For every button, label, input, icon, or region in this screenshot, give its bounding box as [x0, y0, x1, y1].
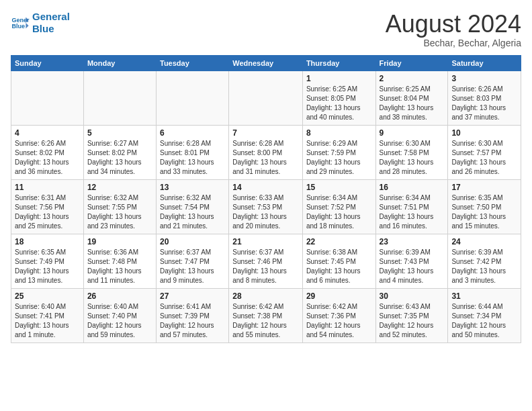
- day-number: 25: [15, 291, 80, 301]
- day-info: Sunrise: 6:42 AM Sunset: 7:38 PM Dayligh…: [232, 302, 299, 340]
- main-title: August 2024: [386, 11, 521, 38]
- day-info: Sunrise: 6:26 AM Sunset: 8:03 PM Dayligh…: [451, 85, 517, 122]
- day-number: 18: [15, 237, 80, 246]
- day-cell: [229, 71, 303, 125]
- day-number: 28: [232, 291, 299, 301]
- day-number: 8: [306, 128, 372, 138]
- day-cell: 18Sunrise: 6:35 AM Sunset: 7:49 PM Dayli…: [11, 234, 84, 288]
- logo-text: GeneralBlue: [32, 11, 70, 35]
- day-number: 30: [380, 291, 445, 301]
- day-info: Sunrise: 6:32 AM Sunset: 7:55 PM Dayligh…: [87, 193, 152, 231]
- day-cell: 27Sunrise: 6:41 AM Sunset: 7:39 PM Dayli…: [156, 288, 228, 342]
- day-cell: 3Sunrise: 6:26 AM Sunset: 8:03 PM Daylig…: [448, 71, 521, 125]
- day-info: Sunrise: 6:30 AM Sunset: 7:57 PM Dayligh…: [451, 139, 517, 177]
- day-cell: 19Sunrise: 6:36 AM Sunset: 7:48 PM Dayli…: [83, 234, 156, 288]
- day-cell: 11Sunrise: 6:31 AM Sunset: 7:56 PM Dayli…: [11, 179, 84, 234]
- day-number: 5: [87, 128, 152, 138]
- week-row-5: 25Sunrise: 6:40 AM Sunset: 7:41 PM Dayli…: [11, 288, 521, 342]
- day-info: Sunrise: 6:35 AM Sunset: 7:50 PM Dayligh…: [451, 193, 517, 231]
- day-number: 13: [160, 183, 225, 192]
- day-number: 7: [232, 128, 299, 138]
- col-header-friday: Friday: [375, 55, 448, 71]
- day-info: Sunrise: 6:35 AM Sunset: 7:49 PM Dayligh…: [15, 248, 80, 285]
- day-number: 6: [160, 128, 225, 138]
- day-cell: 17Sunrise: 6:35 AM Sunset: 7:50 PM Dayli…: [448, 179, 521, 234]
- day-info: Sunrise: 6:28 AM Sunset: 8:01 PM Dayligh…: [160, 139, 225, 177]
- page: General Blue GeneralBlue August 2024 Bec…: [0, 0, 532, 411]
- day-cell: 23Sunrise: 6:39 AM Sunset: 7:43 PM Dayli…: [375, 234, 448, 288]
- day-number: 17: [451, 183, 517, 192]
- week-row-2: 4Sunrise: 6:26 AM Sunset: 8:02 PM Daylig…: [11, 125, 521, 179]
- day-number: 15: [306, 183, 372, 192]
- day-number: 4: [15, 128, 80, 138]
- day-number: 10: [451, 128, 517, 138]
- logo-icon: General Blue: [11, 13, 30, 32]
- day-number: 22: [306, 237, 372, 246]
- day-info: Sunrise: 6:26 AM Sunset: 8:02 PM Dayligh…: [15, 139, 80, 177]
- day-cell: 26Sunrise: 6:40 AM Sunset: 7:40 PM Dayli…: [83, 288, 156, 342]
- day-cell: 30Sunrise: 6:43 AM Sunset: 7:35 PM Dayli…: [375, 288, 448, 342]
- day-info: Sunrise: 6:40 AM Sunset: 7:41 PM Dayligh…: [15, 302, 80, 340]
- day-info: Sunrise: 6:33 AM Sunset: 7:53 PM Dayligh…: [232, 193, 299, 231]
- day-cell: [11, 71, 84, 125]
- col-header-thursday: Thursday: [302, 55, 375, 71]
- day-info: Sunrise: 6:38 AM Sunset: 7:45 PM Dayligh…: [306, 248, 372, 285]
- day-cell: 4Sunrise: 6:26 AM Sunset: 8:02 PM Daylig…: [11, 125, 84, 179]
- day-number: 1: [306, 74, 372, 83]
- day-info: Sunrise: 6:29 AM Sunset: 7:59 PM Dayligh…: [306, 139, 372, 177]
- day-number: 24: [451, 237, 517, 246]
- day-cell: 20Sunrise: 6:37 AM Sunset: 7:47 PM Dayli…: [156, 234, 228, 288]
- day-info: Sunrise: 6:31 AM Sunset: 7:56 PM Dayligh…: [15, 193, 80, 231]
- day-info: Sunrise: 6:30 AM Sunset: 7:58 PM Dayligh…: [380, 139, 445, 177]
- day-info: Sunrise: 6:41 AM Sunset: 7:39 PM Dayligh…: [160, 302, 225, 340]
- svg-text:Blue: Blue: [11, 23, 25, 30]
- day-info: Sunrise: 6:36 AM Sunset: 7:48 PM Dayligh…: [87, 248, 152, 285]
- day-cell: 29Sunrise: 6:42 AM Sunset: 7:36 PM Dayli…: [302, 288, 375, 342]
- day-number: 14: [232, 183, 299, 192]
- day-number: 11: [15, 183, 80, 192]
- day-info: Sunrise: 6:43 AM Sunset: 7:35 PM Dayligh…: [380, 302, 445, 340]
- day-number: 21: [232, 237, 299, 246]
- day-cell: [83, 71, 156, 125]
- title-block: August 2024 Bechar, Bechar, Algeria: [386, 11, 521, 48]
- day-info: Sunrise: 6:39 AM Sunset: 7:43 PM Dayligh…: [380, 248, 445, 285]
- day-number: 23: [380, 237, 445, 246]
- day-cell: 21Sunrise: 6:37 AM Sunset: 7:46 PM Dayli…: [229, 234, 303, 288]
- day-cell: 15Sunrise: 6:34 AM Sunset: 7:52 PM Dayli…: [302, 179, 375, 234]
- day-number: 31: [451, 291, 517, 301]
- day-cell: 24Sunrise: 6:39 AM Sunset: 7:42 PM Dayli…: [448, 234, 521, 288]
- day-info: Sunrise: 6:39 AM Sunset: 7:42 PM Dayligh…: [451, 248, 517, 285]
- week-row-1: 1Sunrise: 6:25 AM Sunset: 8:05 PM Daylig…: [11, 71, 521, 125]
- day-cell: 25Sunrise: 6:40 AM Sunset: 7:41 PM Dayli…: [11, 288, 84, 342]
- day-info: Sunrise: 6:44 AM Sunset: 7:34 PM Dayligh…: [451, 302, 517, 340]
- col-header-monday: Monday: [83, 55, 156, 71]
- day-cell: 31Sunrise: 6:44 AM Sunset: 7:34 PM Dayli…: [448, 288, 521, 342]
- day-number: 9: [380, 128, 445, 138]
- day-number: 3: [451, 74, 517, 83]
- day-info: Sunrise: 6:37 AM Sunset: 7:46 PM Dayligh…: [232, 248, 299, 285]
- day-info: Sunrise: 6:25 AM Sunset: 8:04 PM Dayligh…: [380, 85, 445, 122]
- day-info: Sunrise: 6:42 AM Sunset: 7:36 PM Dayligh…: [306, 302, 372, 340]
- header: General Blue GeneralBlue August 2024 Bec…: [11, 11, 521, 48]
- day-cell: 7Sunrise: 6:28 AM Sunset: 8:00 PM Daylig…: [229, 125, 303, 179]
- week-row-3: 11Sunrise: 6:31 AM Sunset: 7:56 PM Dayli…: [11, 179, 521, 234]
- day-info: Sunrise: 6:25 AM Sunset: 8:05 PM Dayligh…: [306, 85, 372, 122]
- day-cell: 28Sunrise: 6:42 AM Sunset: 7:38 PM Dayli…: [229, 288, 303, 342]
- day-cell: 2Sunrise: 6:25 AM Sunset: 8:04 PM Daylig…: [375, 71, 448, 125]
- logo: General Blue GeneralBlue: [11, 11, 70, 35]
- week-row-4: 18Sunrise: 6:35 AM Sunset: 7:49 PM Dayli…: [11, 234, 521, 288]
- col-header-saturday: Saturday: [448, 55, 521, 71]
- day-cell: 6Sunrise: 6:28 AM Sunset: 8:01 PM Daylig…: [156, 125, 228, 179]
- header-row: SundayMondayTuesdayWednesdayThursdayFrid…: [11, 55, 521, 71]
- col-header-tuesday: Tuesday: [156, 55, 228, 71]
- day-info: Sunrise: 6:34 AM Sunset: 7:52 PM Dayligh…: [306, 193, 372, 231]
- calendar-table: SundayMondayTuesdayWednesdayThursdayFrid…: [11, 55, 521, 343]
- day-cell: 14Sunrise: 6:33 AM Sunset: 7:53 PM Dayli…: [229, 179, 303, 234]
- col-header-sunday: Sunday: [11, 55, 84, 71]
- subtitle: Bechar, Bechar, Algeria: [386, 38, 521, 48]
- day-info: Sunrise: 6:27 AM Sunset: 8:02 PM Dayligh…: [87, 139, 152, 177]
- day-number: 2: [380, 74, 445, 83]
- day-number: 26: [87, 291, 152, 301]
- day-cell: 16Sunrise: 6:34 AM Sunset: 7:51 PM Dayli…: [375, 179, 448, 234]
- day-cell: 9Sunrise: 6:30 AM Sunset: 7:58 PM Daylig…: [375, 125, 448, 179]
